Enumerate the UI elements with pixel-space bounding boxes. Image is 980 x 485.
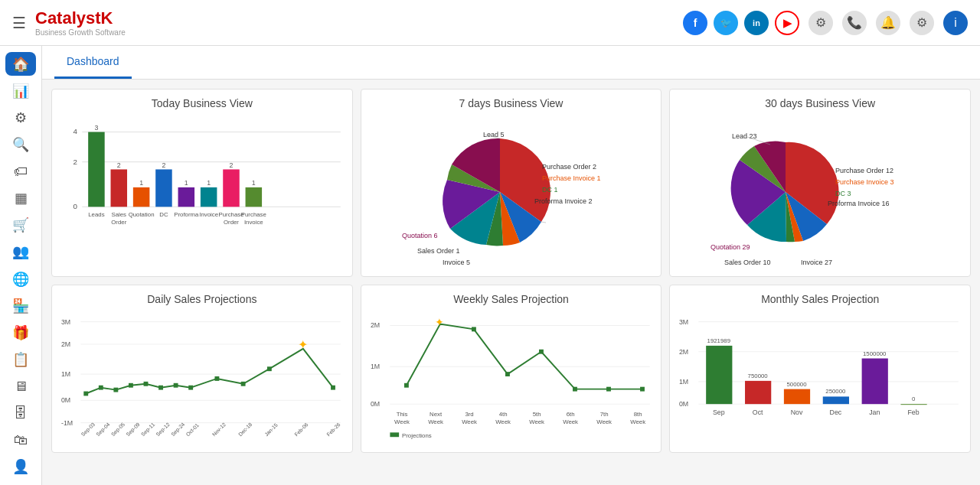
svg-text:500000: 500000 bbox=[787, 381, 808, 388]
svg-text:Week: Week bbox=[596, 418, 612, 425]
menu-icon[interactable]: ☰ bbox=[12, 14, 26, 32]
svg-rect-94 bbox=[404, 383, 409, 388]
sidebar-item-storage[interactable]: 🗄 bbox=[5, 402, 36, 425]
logo-area: CatalystK Business Growth Software bbox=[35, 8, 126, 37]
facebook-icon[interactable]: f bbox=[683, 11, 707, 35]
sidebar-item-monitor[interactable]: 🖥 bbox=[5, 375, 36, 399]
dashboard-content: Today Business View 4 2 0 bbox=[42, 80, 980, 470]
svg-text:5th: 5th bbox=[532, 411, 541, 418]
svg-text:Feb-06: Feb-06 bbox=[293, 422, 309, 437]
svg-text:Sep-04: Sep-04 bbox=[95, 422, 111, 438]
linkedin-icon[interactable]: in bbox=[744, 11, 769, 35]
svg-text:Purchase Invoice 3: Purchase Invoice 3 bbox=[835, 178, 894, 186]
svg-text:Next: Next bbox=[430, 411, 443, 418]
twitter-icon[interactable]: 🐦 bbox=[714, 11, 738, 35]
svg-text:Nov: Nov bbox=[791, 409, 803, 416]
svg-text:✦: ✦ bbox=[298, 338, 308, 351]
today-chart-svg: 4 2 0 3 2 bbox=[60, 116, 345, 253]
tab-dashboard[interactable]: Dashboard bbox=[54, 46, 132, 79]
seven-days-pie: Lead 5 Purchase Order 2 Purchase Invoice… bbox=[369, 116, 654, 269]
svg-text:Sales Order 1: Sales Order 1 bbox=[417, 247, 460, 255]
sidebar-item-dashboard[interactable]: 📊 bbox=[5, 79, 36, 103]
svg-text:2M: 2M bbox=[371, 321, 380, 329]
svg-text:Invoice: Invoice bbox=[199, 211, 218, 218]
notification-icon[interactable]: 🔔 bbox=[876, 11, 900, 35]
sidebar-item-reports[interactable]: 📋 bbox=[5, 347, 36, 371]
svg-text:Purchase Invoice 1: Purchase Invoice 1 bbox=[542, 174, 601, 182]
svg-text:3: 3 bbox=[94, 124, 98, 132]
svg-text:Nov-12: Nov-12 bbox=[211, 422, 227, 438]
logo-name: CatalystK bbox=[35, 8, 126, 28]
svg-text:This: This bbox=[396, 411, 407, 418]
info-icon[interactable]: i bbox=[943, 11, 968, 35]
svg-rect-132 bbox=[784, 389, 810, 405]
svg-text:7th: 7th bbox=[599, 411, 608, 418]
svg-text:3M: 3M bbox=[679, 318, 688, 326]
sidebar-item-gift[interactable]: 🎁 bbox=[5, 321, 36, 344]
svg-text:1500000: 1500000 bbox=[863, 350, 887, 357]
svg-text:DC: DC bbox=[159, 211, 168, 218]
svg-rect-99 bbox=[573, 387, 577, 392]
social-icons: f 🐦 in ▶ bbox=[683, 11, 799, 35]
svg-text:✦: ✦ bbox=[435, 317, 444, 328]
svg-text:750000: 750000 bbox=[748, 373, 769, 379]
svg-text:Purchase Order 12: Purchase Order 12 bbox=[835, 167, 893, 174]
header-tools: ⚙ 📞 🔔 ⚙ i bbox=[808, 11, 968, 35]
svg-rect-6 bbox=[88, 132, 105, 207]
svg-text:Sep-12: Sep-12 bbox=[155, 422, 171, 438]
svg-text:Sep-11: Sep-11 bbox=[140, 422, 156, 438]
svg-text:Purchase: Purchase bbox=[241, 211, 266, 218]
sidebar-item-user[interactable]: 👤 bbox=[5, 455, 36, 479]
svg-text:1M: 1M bbox=[61, 370, 70, 378]
svg-text:4: 4 bbox=[74, 127, 78, 135]
svg-rect-136 bbox=[862, 359, 888, 405]
thirty-days-pie: Lead 23 Purchase Order 12 Purchase Invoi… bbox=[678, 116, 962, 269]
svg-rect-14 bbox=[178, 187, 195, 207]
svg-text:Quotation 6: Quotation 6 bbox=[402, 232, 438, 239]
sidebar-item-tags[interactable]: 🏷 bbox=[5, 160, 36, 184]
svg-rect-10 bbox=[133, 187, 150, 207]
sidebar-item-globe[interactable]: 🌐 bbox=[5, 267, 36, 291]
svg-text:4th: 4th bbox=[498, 411, 507, 418]
thirty-days-title: 30 days Business View bbox=[678, 97, 962, 109]
svg-rect-69 bbox=[188, 386, 193, 390]
sidebar-item-home[interactable]: 🏠 bbox=[5, 52, 36, 76]
svg-text:3M: 3M bbox=[61, 318, 70, 326]
svg-rect-65 bbox=[129, 383, 133, 388]
sidebar-item-shopping[interactable]: 🛍 bbox=[5, 428, 36, 452]
svg-rect-100 bbox=[606, 387, 611, 392]
svg-text:Week: Week bbox=[495, 418, 511, 425]
config-icon[interactable]: ⚙ bbox=[910, 11, 934, 35]
thirty-days-business-view: 30 days Business View bbox=[669, 89, 971, 277]
svg-text:Oct-01: Oct-01 bbox=[185, 422, 200, 438]
daily-line-chart: 3M 2M 1M 0M -1M bbox=[60, 311, 345, 434]
sidebar-item-cart[interactable]: 🛒 bbox=[5, 213, 36, 237]
settings-icon[interactable]: ⚙ bbox=[808, 11, 833, 35]
svg-text:Week: Week bbox=[563, 418, 578, 425]
daily-proj-title: Daily Sales Projections bbox=[60, 293, 345, 305]
svg-rect-101 bbox=[640, 387, 645, 392]
svg-text:Dec: Dec bbox=[830, 409, 842, 416]
sidebar-item-shop[interactable]: 🏪 bbox=[5, 294, 36, 317]
sidebar-item-layers[interactable]: ▦ bbox=[5, 187, 36, 210]
svg-text:Order: Order bbox=[224, 219, 239, 226]
svg-text:Invoice 27: Invoice 27 bbox=[801, 259, 832, 266]
svg-rect-130 bbox=[745, 381, 771, 404]
svg-text:Invoice 5: Invoice 5 bbox=[443, 259, 470, 266]
svg-rect-16 bbox=[201, 187, 217, 207]
svg-text:Sales: Sales bbox=[111, 211, 126, 218]
svg-text:Proforma: Proforma bbox=[174, 211, 199, 218]
sidebar-item-analytics[interactable]: ⚙ bbox=[5, 106, 36, 129]
phone-icon[interactable]: 📞 bbox=[842, 11, 867, 35]
svg-rect-62 bbox=[83, 392, 88, 396]
sidebar-item-search[interactable]: 🔍 bbox=[5, 132, 36, 156]
svg-text:Feb-26: Feb-26 bbox=[325, 422, 341, 437]
sidebar-item-people[interactable]: 👥 bbox=[5, 240, 36, 264]
youtube-icon[interactable]: ▶ bbox=[775, 11, 799, 35]
main-content: Dashboard Today Business View 4 2 0 bbox=[42, 46, 980, 485]
svg-text:0M: 0M bbox=[61, 396, 70, 404]
svg-text:0M: 0M bbox=[679, 400, 688, 408]
svg-text:Sep-03: Sep-03 bbox=[80, 422, 96, 438]
thirty-days-svg: Lead 23 Purchase Order 12 Purchase Invoi… bbox=[678, 116, 962, 269]
svg-text:Jan-15: Jan-15 bbox=[263, 422, 279, 438]
